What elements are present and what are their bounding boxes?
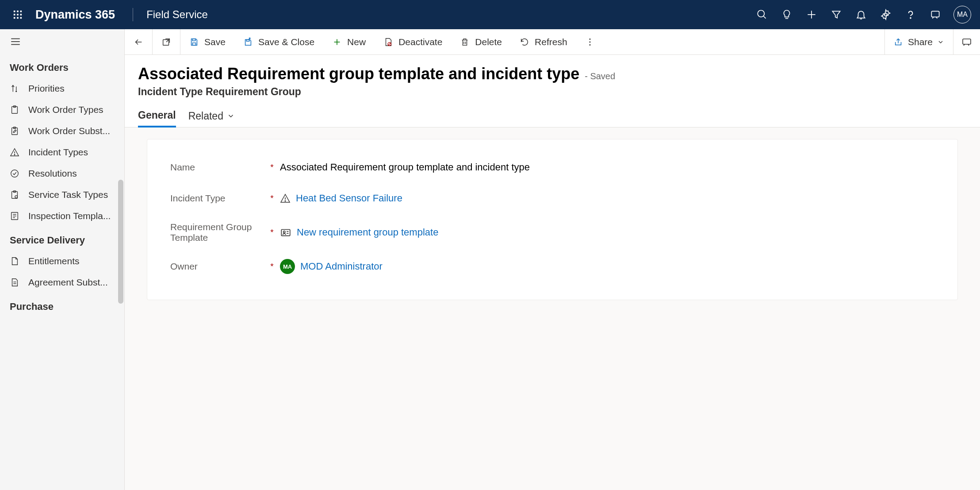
document-lines-icon	[10, 278, 19, 287]
sidebar-item-work-order-types[interactable]: Work Order Types	[0, 99, 124, 120]
delete-label: Delete	[475, 37, 502, 47]
user-initials: MA	[957, 11, 968, 19]
top-nav: Dynamics 365 Field Service MA	[0, 0, 980, 29]
open-new-window-button[interactable]	[153, 29, 180, 54]
assistant-button[interactable]	[924, 4, 946, 26]
sidebar: Work Orders Priorities Work Order Types …	[0, 29, 125, 490]
svg-point-55	[589, 44, 590, 45]
new-button[interactable]: New	[323, 29, 375, 54]
required-indicator: *	[268, 228, 276, 237]
field-req-group-template-value[interactable]: New requirement group template	[297, 227, 438, 238]
svg-rect-7	[17, 17, 19, 19]
list-icon	[10, 211, 19, 221]
tab-general[interactable]: General	[138, 105, 176, 127]
assistant-pane-button[interactable]	[953, 29, 980, 54]
sidebar-item-resolutions[interactable]: Resolutions	[0, 163, 124, 184]
sidebar-item-incident-types[interactable]: Incident Types	[0, 142, 124, 163]
field-owner[interactable]: Owner * MA MOD Administrator	[170, 251, 934, 282]
nav-label: Work Order Types	[28, 104, 115, 115]
sidebar-scrollbar[interactable]	[118, 180, 123, 304]
svg-rect-6	[14, 17, 15, 19]
insights-button[interactable]	[776, 4, 798, 26]
nav-label: Resolutions	[28, 168, 115, 179]
sidebar-item-agreement-subst[interactable]: Agreement Subst...	[0, 272, 124, 293]
tab-general-label: General	[138, 109, 176, 121]
svg-line-42	[166, 39, 169, 42]
svg-rect-44	[192, 42, 195, 45]
nav-label: Priorities	[28, 83, 115, 94]
delete-button[interactable]: Delete	[451, 29, 511, 54]
nav-label: Service Task Types	[28, 189, 115, 200]
tab-related-label: Related	[188, 110, 223, 122]
svg-point-53	[589, 39, 590, 40]
sidebar-item-entitlements[interactable]: Entitlements	[0, 251, 124, 272]
nav-label: Incident Types	[28, 147, 115, 158]
field-owner-value[interactable]: MOD Administrator	[300, 261, 383, 272]
field-incident-type-value[interactable]: Heat Bed Sensor Failure	[296, 193, 402, 204]
field-req-group-template[interactable]: Requirement Group Template * New require…	[170, 214, 934, 251]
page-status: - Saved	[585, 71, 615, 81]
more-commands-button[interactable]	[576, 29, 604, 54]
form-header: Associated Requirement group template an…	[125, 55, 980, 98]
svg-point-16	[910, 18, 911, 19]
nav-label: Entitlements	[28, 256, 115, 266]
brand-label[interactable]: Dynamics 365	[35, 8, 115, 22]
clipboard-edit-icon	[10, 126, 19, 136]
back-button[interactable]	[125, 29, 152, 54]
id-card-icon	[280, 227, 291, 238]
nav-group-work-orders: Work Orders	[0, 54, 124, 78]
svg-point-33	[15, 196, 17, 198]
required-indicator: *	[268, 193, 276, 203]
page-subtitle: Incident Type Requirement Group	[138, 86, 967, 98]
share-label: Share	[908, 37, 933, 47]
required-indicator: *	[268, 162, 276, 172]
nav-group-service-delivery: Service Delivery	[0, 227, 124, 251]
command-bar: Save Save & Close New Deactivate Delete …	[125, 29, 980, 55]
tab-related[interactable]: Related	[188, 105, 235, 127]
form-area: Name * Associated Requirement group temp…	[125, 127, 980, 490]
svg-line-10	[763, 16, 766, 18]
help-button[interactable]	[900, 4, 922, 26]
field-name[interactable]: Name * Associated Requirement group temp…	[170, 152, 934, 183]
sidebar-item-work-order-subst[interactable]: Work Order Subst...	[0, 120, 124, 142]
svg-rect-8	[20, 17, 22, 19]
form-card: Name * Associated Requirement group temp…	[147, 139, 958, 300]
field-incident-type[interactable]: Incident Type * Heat Bed Sensor Failure	[170, 183, 934, 214]
svg-point-59	[285, 201, 286, 201]
notifications-button[interactable]	[850, 4, 872, 26]
field-owner-label: Owner	[170, 261, 268, 272]
owner-avatar: MA	[280, 259, 295, 274]
owner-initials: MA	[283, 263, 292, 270]
add-button[interactable]	[800, 4, 823, 26]
warning-icon	[280, 193, 291, 204]
app-name-label[interactable]: Field Service	[146, 8, 208, 21]
svg-rect-43	[192, 39, 195, 41]
svg-rect-57	[963, 39, 971, 44]
app-launcher-button[interactable]	[9, 6, 27, 23]
sidebar-item-priorities[interactable]: Priorities	[0, 78, 124, 99]
svg-rect-45	[246, 39, 249, 41]
svg-rect-60	[281, 230, 290, 236]
save-label: Save	[204, 37, 226, 47]
field-name-label: Name	[170, 162, 268, 173]
deactivate-button[interactable]: Deactivate	[375, 29, 451, 54]
settings-button[interactable]	[875, 4, 897, 26]
save-close-button[interactable]: Save & Close	[234, 29, 323, 54]
nav-label: Agreement Subst...	[28, 277, 115, 288]
save-close-label: Save & Close	[258, 37, 314, 47]
required-indicator: *	[268, 262, 276, 271]
search-button[interactable]	[751, 4, 773, 26]
field-name-value: Associated Requirement group template an…	[280, 162, 530, 173]
share-button[interactable]: Share	[884, 29, 953, 54]
svg-rect-4	[17, 14, 19, 15]
nav-toggle-button[interactable]	[0, 29, 124, 54]
form-tabs: General Related	[125, 98, 980, 127]
refresh-button[interactable]: Refresh	[511, 29, 576, 54]
save-button[interactable]: Save	[180, 29, 234, 54]
sidebar-item-service-task-types[interactable]: Service Task Types	[0, 184, 124, 205]
new-label: New	[347, 37, 366, 47]
sidebar-item-inspection-templates[interactable]: Inspection Templa...	[0, 205, 124, 227]
clipboard-icon	[10, 105, 19, 115]
filter-button[interactable]	[825, 4, 847, 26]
user-avatar[interactable]: MA	[953, 6, 971, 23]
